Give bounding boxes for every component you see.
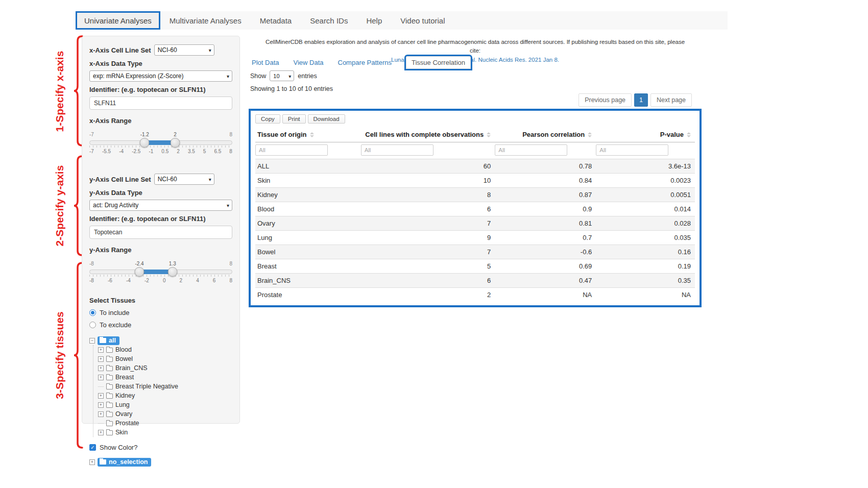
- tree-node-ovary[interactable]: +Ovary: [98, 409, 232, 419]
- filter-input-p-value[interactable]: [596, 144, 668, 156]
- cell-value: 6: [361, 202, 495, 216]
- slider-handle-to[interactable]: [170, 138, 180, 148]
- radio-to-exclude-control[interactable]: [89, 322, 96, 328]
- y-axis-identifier-input[interactable]: [89, 226, 232, 239]
- expand-icon[interactable]: +: [98, 365, 104, 371]
- slider-value-label: -2.4: [134, 261, 144, 266]
- sort-icon[interactable]: [310, 132, 314, 137]
- y-axis-data-type-select-control[interactable]: act: Drug Activity: [89, 200, 232, 211]
- slider-track[interactable]: [89, 140, 232, 145]
- filter-input-tissue-of-origin[interactable]: [255, 144, 328, 156]
- top-nav-tab-multivariate-analyses[interactable]: Multivariate Analyses: [160, 11, 251, 30]
- expand-icon[interactable]: +: [89, 459, 95, 465]
- slider-tick: 0: [163, 278, 166, 283]
- table-row: ALL600.783.6e-13: [255, 159, 695, 174]
- cell-tissue: Prostate: [255, 288, 361, 302]
- column-header-cell-lines-with-complete-observations[interactable]: Cell lines with complete observations: [361, 127, 495, 142]
- next-page-button[interactable]: Next page: [650, 93, 692, 107]
- x-axis-data-type-select-control[interactable]: exp: mRNA Expression (Z-Score): [89, 70, 232, 82]
- slider-track[interactable]: [89, 270, 232, 274]
- filter-input-cell-lines-with-complete-observations[interactable]: [361, 144, 433, 156]
- cell-value: -0.6: [495, 245, 596, 259]
- tree-node-kidney[interactable]: +Kidney: [98, 391, 232, 400]
- top-nav-tab-univariate-analyses[interactable]: Univariate Analyses: [76, 11, 160, 30]
- folder-icon: [106, 394, 113, 399]
- sort-icon[interactable]: [487, 132, 491, 137]
- tab-compare-patterns[interactable]: Compare Patterns: [338, 59, 392, 66]
- x-axis-cell-line-set-select[interactable]: NCI-60: [154, 44, 214, 56]
- tree-node-all[interactable]: − all: [89, 336, 232, 345]
- analysis-tabs: Plot DataView DataCompare PatternsTissue…: [252, 56, 471, 69]
- current-page-button[interactable]: 1: [634, 93, 648, 107]
- slider-tick: 4: [196, 278, 199, 283]
- page-length-select[interactable]: 10: [270, 70, 294, 81]
- slider-tick: 6.5: [214, 149, 221, 154]
- copy-button[interactable]: Copy: [255, 114, 280, 124]
- tree-node-lung[interactable]: +Lung: [98, 400, 232, 409]
- radio-to-exclude[interactable]: To exclude: [89, 321, 232, 329]
- expand-icon[interactable]: +: [98, 393, 104, 399]
- y-axis-cell-line-set-select-control[interactable]: NCI-60: [154, 174, 214, 185]
- slider-tick: 2: [177, 149, 180, 154]
- slider-tick: -7: [89, 149, 94, 154]
- top-nav-tab-search-ids[interactable]: Search IDs: [301, 11, 357, 30]
- show-label: Show: [250, 72, 266, 80]
- print-button[interactable]: Print: [282, 114, 306, 124]
- show-color-checkbox[interactable]: ✓ Show Color?: [89, 444, 232, 451]
- x-axis-data-type-select[interactable]: exp: mRNA Expression (Z-Score): [89, 70, 232, 82]
- tab-plot-data[interactable]: Plot Data: [252, 59, 279, 66]
- x-axis-range-slider[interactable]: -7-1.228-7-5.5-4-2.5-10.523.556.58: [89, 132, 232, 155]
- tree-node-breast-triple-negative[interactable]: Breast Triple Negative: [98, 382, 232, 391]
- tree-node-brain-cns[interactable]: +Brain_CNS: [98, 363, 232, 373]
- filter-input-pearson-correlation[interactable]: [495, 144, 567, 156]
- sort-icon[interactable]: [687, 132, 691, 137]
- expand-icon[interactable]: +: [98, 411, 104, 417]
- column-header-p-value[interactable]: P-value: [596, 127, 695, 142]
- tree-node-skin[interactable]: +Skin: [98, 428, 232, 437]
- checkbox-checked-icon[interactable]: ✓: [89, 444, 96, 451]
- slider-value-label: 8: [229, 261, 232, 266]
- cell-tissue: Lung: [255, 231, 361, 245]
- tree-connector: [98, 386, 104, 387]
- cell-tissue: Breast: [255, 259, 361, 274]
- x-axis-cell-line-set-select-control[interactable]: NCI-60: [154, 44, 214, 56]
- page-length-select-control[interactable]: 10: [270, 70, 294, 81]
- collapse-icon[interactable]: −: [89, 338, 95, 344]
- table-row: Brain_CNS60.470.35: [255, 274, 695, 288]
- tree-connector: [98, 423, 104, 424]
- x-axis-identifier-input[interactable]: [89, 96, 232, 110]
- top-nav-tab-video-tutorial[interactable]: Video tutorial: [391, 11, 454, 30]
- cell-value: 0.81: [495, 216, 596, 231]
- y-axis-data-type-select[interactable]: act: Drug Activity: [89, 200, 232, 211]
- radio-to-include-control[interactable]: [89, 309, 96, 316]
- entries-label: entries: [298, 72, 317, 80]
- slider-handle-from[interactable]: [135, 267, 144, 277]
- sort-icon[interactable]: [588, 132, 592, 137]
- tab-tissue-correlation[interactable]: Tissue Correlation: [406, 56, 471, 69]
- tab-view-data[interactable]: View Data: [293, 59, 323, 66]
- tree-node-bowel[interactable]: +Bowel: [98, 354, 232, 363]
- expand-icon[interactable]: +: [98, 375, 104, 380]
- top-nav-tab-metadata[interactable]: Metadata: [251, 11, 301, 30]
- tree-node-blood[interactable]: +Blood: [98, 345, 232, 354]
- expand-icon[interactable]: +: [98, 402, 104, 408]
- tree-node-no-selection[interactable]: + no_selection: [89, 457, 232, 467]
- slider-tick: -6: [108, 278, 112, 283]
- y-axis-range-slider[interactable]: -8-2.41.38-8-6-4-202468: [89, 261, 232, 284]
- y-axis-cell-line-set-select[interactable]: NCI-60: [154, 174, 214, 185]
- previous-page-button[interactable]: Previous page: [578, 93, 632, 107]
- tree-node-prostate[interactable]: Prostate: [98, 419, 232, 428]
- top-nav-tab-help[interactable]: Help: [357, 11, 391, 30]
- download-button[interactable]: Download: [308, 114, 345, 124]
- expand-icon[interactable]: +: [98, 430, 104, 435]
- column-header-tissue-of-origin[interactable]: Tissue of origin: [255, 127, 361, 142]
- tree-node-breast[interactable]: +Breast: [98, 373, 232, 382]
- column-header-pearson-correlation[interactable]: Pearson correlation: [495, 127, 596, 142]
- slider-handle-to[interactable]: [167, 267, 177, 277]
- radio-to-include[interactable]: To include: [89, 309, 232, 316]
- slider-handle-from[interactable]: [140, 138, 150, 148]
- slider-tickmarks: [89, 145, 232, 148]
- expand-icon[interactable]: +: [98, 356, 104, 362]
- radio-to-exclude-label: To exclude: [100, 321, 131, 329]
- expand-icon[interactable]: +: [98, 347, 104, 353]
